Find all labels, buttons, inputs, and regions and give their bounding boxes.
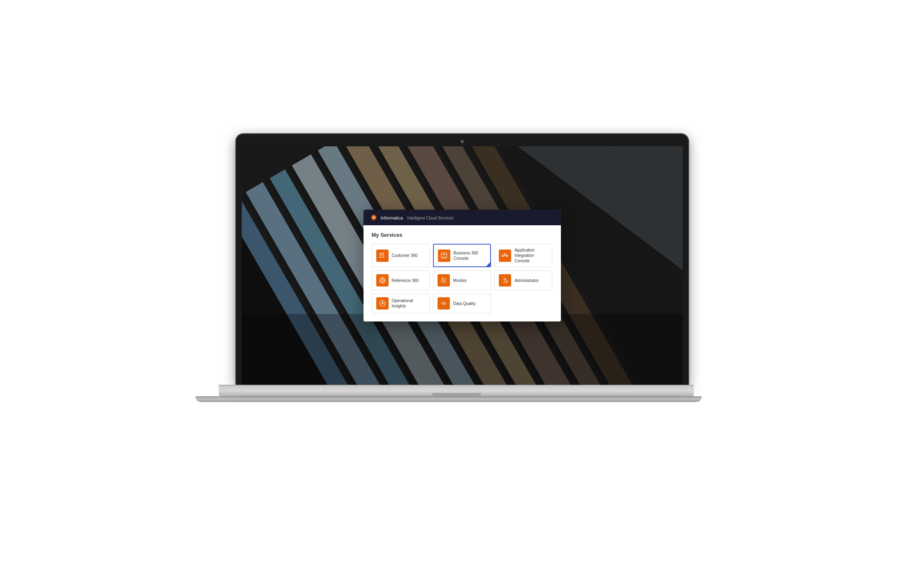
data-quality-label: Data Quality	[453, 301, 476, 306]
svg-point-41	[381, 279, 384, 282]
laptop-screen: Informatica Intelligent Cloud Services M…	[242, 146, 683, 385]
svg-point-46	[504, 278, 506, 280]
svg-point-36	[506, 254, 508, 257]
business-360-icon	[440, 252, 448, 259]
customer-360-label: Customer 360	[392, 253, 418, 258]
monitor-icon	[440, 277, 447, 284]
service-tile-app-integration[interactable]: Application Integration Console	[494, 244, 552, 267]
laptop-wrapper: Informatica Intelligent Cloud Services M…	[236, 134, 688, 430]
app-integration-icon	[501, 252, 509, 259]
svg-point-35	[502, 254, 504, 257]
operational-insights-icon	[379, 300, 386, 307]
app-integration-label: Application Integration Console	[514, 247, 548, 264]
laptop-base	[219, 385, 694, 396]
reference-360-icon-box	[376, 274, 389, 287]
service-tile-monitor[interactable]: Monitor	[433, 270, 491, 290]
svg-line-59	[444, 302, 445, 303]
data-quality-icon	[440, 300, 447, 307]
app-integration-icon-box	[499, 250, 511, 262]
laptop-camera	[461, 140, 464, 143]
customer-360-icon	[379, 252, 386, 259]
operational-insights-icon-box	[376, 297, 389, 310]
customer-360-icon-box	[376, 250, 389, 262]
app-name: Informatica	[381, 215, 403, 220]
services-grid: Customer 360 Business 360	[372, 244, 553, 313]
service-tile-data-quality[interactable]: Data Quality	[433, 294, 491, 313]
informatica-logo-icon	[370, 214, 377, 221]
modal-body: My Services	[364, 225, 561, 321]
business-360-icon-box	[438, 250, 450, 262]
service-tile-business-360[interactable]: Business 360 Console	[433, 244, 491, 267]
svg-point-38	[505, 253, 506, 254]
reference-360-icon	[379, 277, 386, 284]
operational-insights-label: Operational Insights	[392, 298, 425, 309]
data-quality-icon-box	[438, 297, 450, 310]
modal-container: Informatica Intelligent Cloud Services M…	[364, 210, 561, 321]
laptop-screen-outer: Informatica Intelligent Cloud Services M…	[236, 134, 688, 385]
business-360-label: Business 360 Console	[454, 250, 486, 261]
service-tile-customer-360[interactable]: Customer 360	[372, 244, 430, 267]
reference-360-label: Reference 360	[392, 278, 419, 283]
monitor-label: Monitor	[453, 278, 467, 283]
service-tile-reference-360[interactable]: Reference 360	[372, 270, 430, 290]
monitor-icon-box	[438, 274, 450, 287]
svg-line-57	[442, 302, 443, 303]
svg-rect-25	[242, 314, 683, 385]
administrator-label: Administrator	[514, 278, 539, 283]
administrator-icon	[501, 277, 509, 284]
modal-header: Informatica Intelligent Cloud Services	[364, 210, 561, 225]
svg-point-28	[373, 217, 375, 219]
my-services-title: My Services	[372, 232, 553, 238]
service-tile-administrator[interactable]: Administrator	[494, 270, 552, 290]
svg-point-50	[382, 303, 382, 304]
app-subtitle: Intelligent Cloud Services	[407, 216, 454, 220]
informatica-logo	[370, 214, 377, 221]
svg-line-58	[442, 303, 443, 305]
service-tile-operational-insights[interactable]: Operational Insights	[372, 294, 430, 313]
administrator-icon-box	[499, 274, 511, 287]
header-text: Informatica Intelligent Cloud Services	[381, 214, 454, 221]
svg-line-60	[444, 303, 445, 305]
laptop-bottom	[195, 396, 702, 402]
